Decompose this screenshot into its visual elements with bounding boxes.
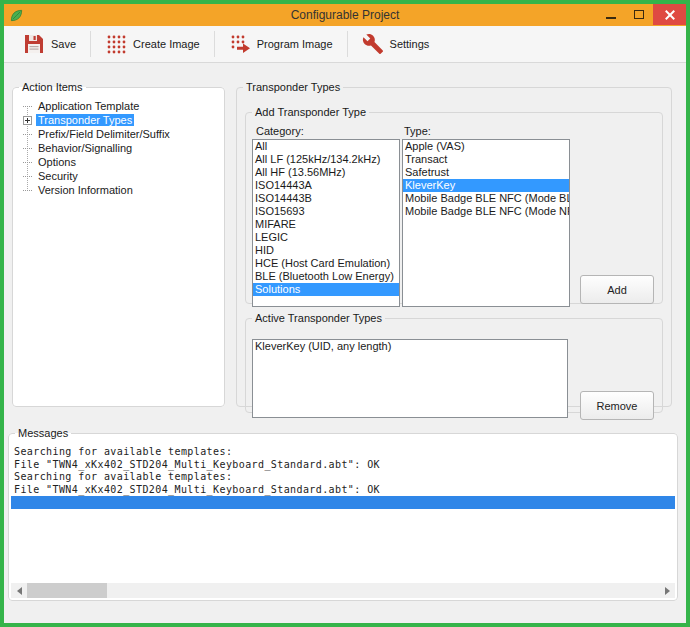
type-item-label: Mobile Badge BLE NFC (Mode NFC) [405, 205, 570, 217]
category-item-label: Solutions [255, 283, 300, 295]
tree-item[interactable]: Security [19, 169, 220, 183]
active-transponder-types-group: Active Transponder Types KleverKey (UID,… [245, 312, 663, 413]
messages-panel: Messages Searching for available templat… [8, 427, 678, 601]
save-button[interactable]: Save [16, 29, 83, 59]
category-item-label: ISO14443A [255, 179, 312, 191]
active-types-listbox[interactable]: KleverKey (UID, any length) [252, 339, 568, 418]
category-item-label: LEGIC [255, 231, 288, 243]
expand-icon[interactable] [23, 116, 32, 125]
settings-button[interactable]: Settings [355, 29, 437, 59]
titlebar: Configurable Project [4, 4, 686, 26]
message-line[interactable]: Searching for available templates: [11, 471, 675, 484]
message-line[interactable]: File "TWN4_xKx402_STD204_Multi_Keyboard_… [11, 459, 675, 472]
category-item[interactable]: BLE (Bluetooth Low Energy) [253, 270, 399, 283]
type-item[interactable]: KleverKey [403, 179, 569, 192]
action-items-title: Action Items [19, 81, 86, 93]
tree-connector [23, 106, 32, 107]
tree-connector [23, 148, 32, 149]
program-image-label: Program Image [257, 38, 333, 50]
scroll-right-button[interactable] [659, 583, 675, 598]
category-item[interactable]: All [253, 140, 399, 153]
app-icon[interactable] [9, 8, 24, 23]
transponder-types-panel: Transponder Types Add Transponder Type C… [236, 81, 672, 407]
program-image-button[interactable]: Program Image [222, 29, 340, 59]
add-button[interactable]: Add [580, 275, 654, 304]
minimize-icon [606, 17, 616, 19]
settings-icon [362, 33, 384, 55]
tree-item-label: Options [36, 156, 78, 168]
tree-item[interactable]: Options [19, 155, 220, 169]
category-item-label: ISO15693 [255, 205, 305, 217]
tree-connector [23, 190, 32, 191]
maximize-icon [634, 10, 644, 19]
type-item-label: Transact [405, 153, 447, 165]
category-item-label: All HF (13.56MHz) [255, 166, 345, 178]
type-item[interactable]: Mobile Badge BLE NFC (Mode NFC) [403, 205, 569, 218]
messages-title: Messages [15, 427, 71, 439]
category-item-label: ISO14443B [255, 192, 312, 204]
tree-item-label: Transponder Types [36, 114, 134, 126]
scroll-left-button[interactable] [11, 583, 27, 598]
category-item[interactable]: ISO14443A [253, 179, 399, 192]
category-item[interactable]: Solutions [253, 283, 399, 296]
type-item[interactable]: Mobile Badge BLE NFC (Mode BLE) [403, 192, 569, 205]
action-items-panel: Action Items Application Template Transp… [12, 81, 225, 407]
tree-connector [23, 176, 32, 177]
remove-button[interactable]: Remove [580, 391, 654, 420]
settings-label: Settings [390, 38, 430, 50]
create-image-button[interactable]: Create Image [98, 29, 207, 59]
tree-item[interactable]: Prefix/Field Delimiter/Suffix [19, 127, 220, 141]
message-line-text: Searching for available templates: [14, 471, 232, 482]
tree-item[interactable]: Behavior/Signalling [19, 141, 220, 155]
category-item[interactable]: MIFARE [253, 218, 399, 231]
scrollbar-thumb[interactable] [27, 583, 107, 598]
tree-item[interactable]: Application Template [19, 99, 220, 113]
type-listbox[interactable]: Apple (VAS) Transact Safetrust KleverKey [402, 139, 570, 307]
type-item[interactable]: Safetrust [403, 166, 569, 179]
active-type-item[interactable]: KleverKey (UID, any length) [253, 340, 567, 353]
tree-item-label: Application Template [36, 100, 141, 112]
type-item[interactable]: Apple (VAS) [403, 140, 569, 153]
category-item[interactable]: HCE (Host Card Emulation) [253, 257, 399, 270]
tree-connector [23, 134, 32, 135]
tree-item[interactable]: Version Information [19, 183, 220, 197]
toolbar-separator [347, 31, 348, 57]
message-line[interactable]: Searching for available templates: [11, 446, 675, 459]
add-transponder-type-title: Add Transponder Type [252, 106, 369, 118]
toolbar: Save Create Image [4, 26, 686, 63]
category-item[interactable]: ISO14443B [253, 192, 399, 205]
close-icon [664, 9, 676, 21]
scrollbar-track[interactable] [27, 583, 659, 598]
close-button[interactable] [653, 4, 686, 25]
category-item-label: BLE (Bluetooth Low Energy) [255, 270, 394, 282]
action-items-tree[interactable]: Application Template Transponder Types P… [19, 99, 220, 197]
category-item-label: HID [255, 244, 274, 256]
tree-item[interactable]: Transponder Types [19, 113, 220, 127]
type-item[interactable]: Transact [403, 153, 569, 166]
toolbar-separator [214, 31, 215, 57]
tree-item-label: Behavior/Signalling [36, 142, 134, 154]
tree-connector [23, 162, 32, 163]
maximize-button[interactable] [625, 4, 653, 25]
tree-item-label: Version Information [36, 184, 135, 196]
window-controls [597, 4, 686, 25]
create-image-icon [105, 33, 127, 55]
category-item[interactable]: ISO15693 [253, 205, 399, 218]
type-item-label: Mobile Badge BLE NFC (Mode BLE) [405, 192, 570, 204]
category-item[interactable]: HID [253, 244, 399, 257]
horizontal-scrollbar[interactable] [11, 583, 675, 598]
minimize-button[interactable] [597, 4, 625, 25]
scroll-left-icon [17, 587, 22, 595]
category-item[interactable]: LEGIC [253, 231, 399, 244]
category-item-label: All [255, 140, 267, 152]
category-item[interactable]: All LF (125kHz/134.2kHz) [253, 153, 399, 166]
message-line[interactable] [11, 496, 675, 509]
message-line[interactable]: File "TWN4_xKx402_STD204_Multi_Keyboard_… [11, 484, 675, 497]
category-listbox[interactable]: All All LF (125kHz/134.2kHz) All HF (13.… [252, 139, 400, 307]
messages-log[interactable]: Searching for available templates: File … [11, 446, 675, 581]
active-type-item-label: KleverKey (UID, any length) [255, 340, 391, 352]
category-item[interactable]: All HF (13.56MHz) [253, 166, 399, 179]
category-item-label: All LF (125kHz/134.2kHz) [255, 153, 380, 165]
message-line-text: File "TWN4_xKx402_STD204_Multi_Keyboard_… [14, 484, 380, 495]
message-line-text: Searching for available templates: [14, 446, 232, 457]
